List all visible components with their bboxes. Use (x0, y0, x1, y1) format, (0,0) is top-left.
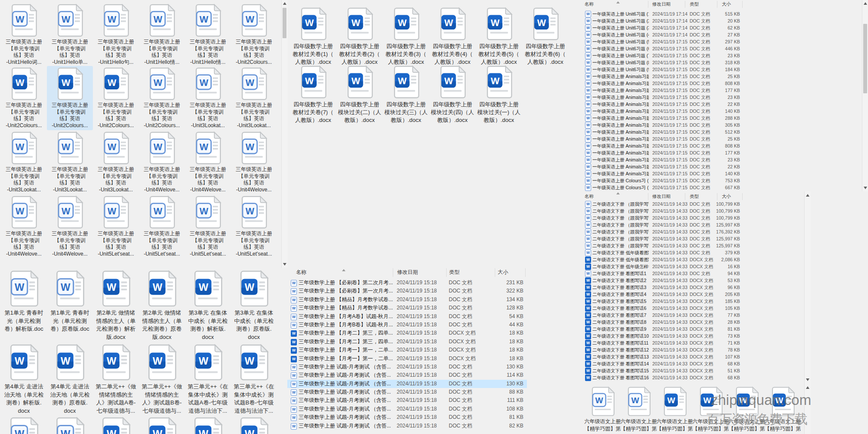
file-row[interactable]: W一年级英语上册 Unit6习题 (4)（人教—...2024/11/19 17… (584, 31, 749, 38)
file-tile[interactable]: W三年级英语上册【单元专项训练】英语-Unit2Colours... (47, 66, 93, 130)
file-row[interactable]: W二年级语文下册 （跟我学写话）写物（...2024/11/19 14:33DO… (584, 242, 749, 249)
file-tile[interactable]: W三年级英语上册【单元专项训练】英语-Unit5Let'seat... (231, 194, 277, 259)
file-row[interactable]: W二年级语文下册 看图写话13（统编版）...2024/11/19 14:33D… (584, 353, 749, 360)
file-row[interactable]: W二年级语文下册 低年级怎样学好看图说...2024/11/19 14:33DO… (584, 263, 749, 270)
file-tile[interactable]: W三年级英语上册【单元专项训练】英语-Unit5Let'seat... (139, 194, 185, 259)
file-tile[interactable]: W (1, 416, 47, 434)
scrollbar-thumb[interactable] (283, 8, 286, 38)
file-tile[interactable]: W第1单元 青春时光（单元检测卷）原卷版.doc (47, 269, 93, 343)
file-tile[interactable]: W四年级数学上册教材过关卷(7)（人教版）.docx (290, 64, 336, 123)
file-tile[interactable]: W四年级数学上册教材过关卷(3)（人教版）.docx (383, 6, 429, 65)
file-row[interactable]: W一年级英语上册 Unit6习题 (7)（人教—...2024/11/19 17… (584, 52, 749, 59)
file-tile[interactable]: W三年级英语上册【单元专项训练】英语-Unit2Colours... (1, 66, 47, 130)
column-header-date[interactable]: 修改日期 (652, 192, 671, 201)
file-row[interactable]: W二年级语文下册 （跟我学写话）写景物...2024/11/19 14:33DO… (584, 221, 749, 228)
file-row[interactable]: W一年级英语上册 Animals习题 (1)（人教...2024/11/19 1… (584, 73, 749, 80)
file-row[interactable]: W一年级英语上册 Animals习题 (2)（人教...2024/11/19 1… (584, 80, 749, 87)
file-row[interactable]: W三年级数学上册 【精品】月考数学试卷...2024/11/19 15:18DO… (287, 296, 527, 304)
file-row[interactable]: W三年级数学上册 试题-月考测试 （含答...2024/11/19 15:18D… (287, 388, 527, 396)
file-row[interactable]: W二年级语文下册 看图写话8（统编版）....2024/11/19 14:33D… (584, 319, 749, 326)
file-row[interactable]: W二年级语文下册 看图写话3（统编版）....2024/11/19 14:33D… (584, 284, 749, 291)
file-row[interactable]: W二年级语文下册 （跟我学写话）写动物...2024/11/19 14:33DO… (584, 214, 749, 221)
column-header-name[interactable]: 名称 (585, 192, 594, 201)
file-tile[interactable]: W第2单元 做情绪情感的主人（单元检测卷）解析版.docx (93, 269, 139, 343)
file-row[interactable]: W三年级数学上册 【月考二】第三，四单...2024/11/19 15:18DO… (287, 338, 527, 346)
file-row[interactable]: W一年级英语上册 Animals习题 (3)（人教...2024/11/19 1… (584, 87, 749, 94)
column-header-date[interactable]: 修改日期 (397, 267, 418, 277)
file-tile[interactable]: W三年级英语上册【单元专项训练】英语-Unit1Hello情... (185, 3, 231, 67)
file-row[interactable]: W二年级语文下册 （跟我学写话）写人（...2024/11/19 14:33DO… (584, 228, 749, 235)
file-tile[interactable]: W三年级英语上册【单元专项训练】英语-Unit4Welove... (47, 194, 93, 259)
file-row[interactable]: W三年级数学上册 试题-月考测试 （含答...2024/11/19 15:18D… (287, 396, 527, 404)
file-row[interactable]: W一年级英语上册 Colours习 (2)（人教—...2024/11/19 1… (584, 184, 749, 191)
file-tile[interactable]: W四年级数学上册模块过关(一)（人教版）.docx (476, 64, 522, 123)
file-row[interactable]: W一年级英语上册 Colours习 (1)（人教—...2024/11/19 1… (584, 177, 749, 184)
file-tile[interactable]: W第4单元 走进法治天地（单元检测卷）原卷版.docx (47, 343, 93, 417)
file-tile[interactable]: W三年级英语上册【单元专项训练】英语-Unit1Hello单... (47, 3, 93, 67)
file-tile[interactable]: W (93, 416, 139, 434)
column-header-type[interactable]: 类型 (690, 0, 699, 8)
file-tile[interactable]: W第二单元++《做情绪情感的主人》测试题B卷-七年级道德与... (139, 343, 185, 417)
file-tile[interactable]: W三年级英语上册【单元专项训练】英语-Unit2Colours... (139, 66, 185, 130)
file-tile[interactable]: W第二单元++《做情绪情感的主人》测试题A卷-七年级道德与... (93, 343, 139, 417)
file-row[interactable]: W一年级英语上册 Unit6习题 (3)（人教—...2024/11/19 17… (584, 24, 749, 31)
scrollbar-thumb[interactable] (863, 24, 867, 93)
scroll-up-icon[interactable] (806, 386, 809, 389)
file-tile[interactable]: W第4单元 走进法治天地（单元检测卷）解析版.docx (1, 343, 47, 417)
file-tile[interactable]: W第3单元 在集体中成长（单元检测卷）原卷版.docx (231, 269, 277, 343)
file-tile[interactable]: W六年级语文上册【精学巧固】第 (585, 385, 621, 434)
file-row[interactable]: W三年级数学上册 试题-月考测试 （含答...2024/11/19 15:18D… (287, 422, 527, 430)
file-row[interactable]: W三年级数学上册 【月考一】第一，二单...2024/11/19 15:18DO… (287, 346, 527, 354)
file-tile[interactable]: W第三单元++《在集体中成长》测试题A卷-七年级道德与法治下... (185, 343, 231, 417)
file-row[interactable]: W一年级英语上册 Animals习题1（人教—...2024/11/19 17:… (584, 135, 749, 142)
file-row[interactable]: W二年级语文下册 （跟我学写话）童话类...2024/11/19 14:33DO… (584, 201, 749, 207)
file-tile[interactable]: W四年级数学上册模块过关(四)（人教版）.docx (429, 64, 476, 123)
file-tile[interactable]: W第三单元++《在集体中成长》测试题B卷-七年级道德与法治下... (231, 343, 277, 417)
file-row[interactable]: W三年级数学上册 【月考A卷】试题-秋月...2024/11/19 15:18D… (287, 312, 527, 321)
file-row[interactable]: W三年级数学上册 【月考二】第三，四单...2024/11/19 15:18DO… (287, 329, 527, 337)
file-row[interactable]: W三年级数学上册 试题-月考测试 （含答...2024/11/19 15:18D… (287, 371, 527, 379)
column-header-size[interactable]: 大小 (722, 192, 731, 201)
column-header-name[interactable]: 名称 (585, 0, 594, 8)
file-tile[interactable]: W三年级英语上册【单元专项训练】英语-Unit4Welove... (1, 194, 47, 259)
scroll-up-icon[interactable] (283, 2, 286, 5)
file-row[interactable]: W三年级数学上册 试题-月考测试 （含答...2024/11/19 15:18D… (287, 380, 527, 388)
file-row[interactable]: W二年级语文下册 看图写话1（统编版）....2024/11/19 14:33D… (584, 270, 749, 277)
file-row[interactable]: W一年级英语上册 Animals习题3（人教—...2024/11/19 17:… (584, 149, 749, 156)
file-row[interactable]: W二年级语文下册 看图写话11（统编版）...2024/11/19 14:33D… (584, 339, 749, 346)
file-tile[interactable]: W六年级语文上册【精学巧固】第 (621, 385, 657, 434)
file-row[interactable]: W二年级语文下册 看图写话6（统编版）....2024/11/19 14:33D… (584, 305, 749, 312)
file-tile[interactable]: W三年级英语上册【单元专项训练】英语-Unit1Hello情... (139, 3, 185, 67)
file-row[interactable]: W一年级英语上册 Animals习题6（人教—...2024/11/19 17:… (584, 170, 749, 177)
file-row[interactable]: W二年级语文下册 看图写话7（统编版）....2024/11/19 14:33D… (584, 312, 749, 319)
file-row[interactable]: W二年级语文下册 （跟我学写话）写事（...2024/11/19 14:33DO… (584, 235, 749, 242)
column-header-size[interactable]: 大小 (498, 267, 508, 277)
file-tile[interactable]: W三年级英语上册【单元专项训练】英语-Unit2Colours... (93, 66, 139, 130)
file-tile[interactable]: W三年级英语上册【单元专项训练】英语-Unit5Let'seat... (185, 194, 231, 259)
file-row[interactable]: W一年级英语上册 Animals习题 (9)（人教...2024/11/19 1… (584, 128, 749, 135)
file-tile[interactable]: W三年级英语上册【单元专项训练】英语-Unit1Hello词... (1, 3, 47, 67)
file-row[interactable]: W二年级语文下册 看图写话16（统编版）...2024/11/19 14:33D… (584, 374, 749, 381)
column-header-type[interactable]: 类型 (449, 267, 460, 277)
file-row[interactable]: W三年级数学上册 【月考一】第一，二单...2024/11/19 15:18DO… (287, 355, 527, 363)
file-row[interactable]: W一年级英语上册 Animals习题4（人教—...2024/11/19 17:… (584, 156, 749, 163)
file-tile[interactable]: W三年级英语上册【单元专项训练】英语-Unit4Welove... (231, 130, 277, 194)
file-row[interactable]: W一年级英语上册 Unit6习题 (8)（人教—...2024/11/19 17… (584, 59, 749, 66)
column-header-type[interactable]: 类型 (690, 192, 699, 201)
file-tile[interactable]: W三年级英语上册【单元专项训练】英语-Unit5Let'seat... (93, 194, 139, 259)
file-row[interactable]: W三年级数学上册 试题-月考测试 （含答...2024/11/19 15:18D… (287, 405, 527, 413)
file-row[interactable]: W二年级语文下册 看图写话5（统编版）....2024/11/19 14:33D… (584, 298, 749, 305)
file-row[interactable]: W一年级英语上册 Unit6习题 (9)（人教—...2024/11/19 17… (584, 66, 749, 73)
file-row[interactable]: W二年级语文下册 看图写话10（统编版）...2024/11/19 14:33D… (584, 332, 749, 339)
file-tile[interactable]: W四年级数学上册教材过关卷(4)（人教版）.docx (429, 6, 476, 65)
file-tile[interactable]: W三年级英语上册【单元专项训练】英语-Unit1Hello句... (93, 3, 139, 67)
file-tile[interactable]: W三年级英语上册【单元专项训练】英语-Unit4Welove... (139, 130, 185, 194)
file-tile[interactable]: W四年级数学上册教材过关卷(2)（人教版）.docx (336, 6, 383, 65)
file-tile[interactable]: W三年级英语上册【单元专项训练】英语-Unit3Lookat... (93, 130, 139, 194)
left-panel-scrollbar[interactable] (281, 0, 288, 268)
file-row[interactable]: W二年级语文下册 看图写话12（统编版）...2024/11/19 14:33D… (584, 346, 749, 353)
file-row[interactable]: W一年级英语上册 Animals习题 (8)（人教...2024/11/19 1… (584, 122, 749, 128)
file-tile[interactable]: W (231, 416, 277, 434)
file-tile[interactable]: W四年级数学上册模块过关(三)（人教版）.docx (383, 64, 429, 123)
file-tile[interactable]: W四年级数学上册模块过关(二)（人教版）.docx (336, 64, 383, 123)
